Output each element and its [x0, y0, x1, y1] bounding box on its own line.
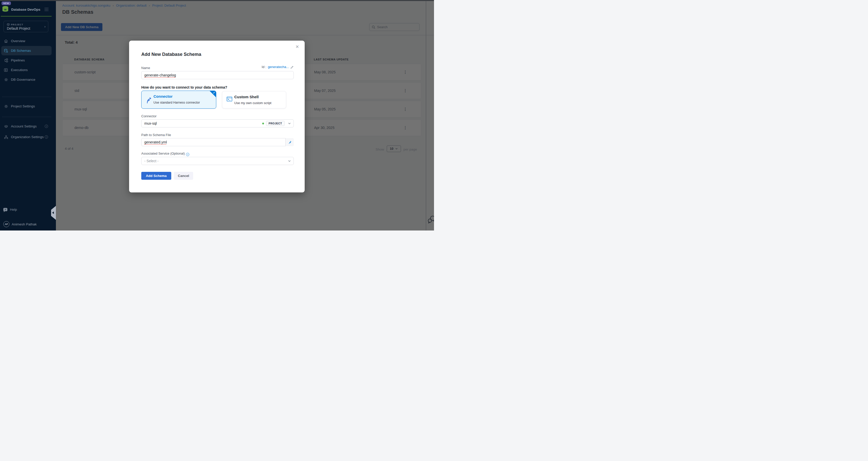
info-icon[interactable]: i	[45, 125, 48, 128]
app-grid-icon[interactable]	[44, 7, 49, 11]
user-name: Animesh Pathak	[12, 222, 37, 226]
sidebar-item-label: Pipelines	[11, 58, 25, 62]
chevron-right-icon: ›	[44, 25, 45, 28]
add-schema-modal: ✕ Add New Database Schema Name Id : gene…	[129, 41, 305, 192]
connector-arrows-icon	[146, 96, 152, 104]
sidebar-item-label: Overview	[11, 39, 25, 43]
page: NEW ∞ Database DevOps	[0, 0, 434, 230]
project-selector[interactable]: PROJECT Default Project ›	[4, 21, 48, 32]
home-icon	[4, 39, 8, 43]
help-button[interactable]: ? Help	[3, 208, 17, 211]
sidebar-divider	[2, 117, 51, 117]
id-prefix: Id :	[262, 65, 266, 69]
modal-title: Add New Database Schema	[141, 52, 201, 57]
edit-pencil-icon[interactable]	[290, 65, 294, 69]
database-schemas-icon	[4, 49, 8, 53]
org-chart-icon	[4, 135, 8, 139]
sidebar-item-label: Account Settings	[11, 124, 37, 128]
option-title: Custom Shell	[234, 95, 259, 99]
svg-text:∞: ∞	[4, 7, 7, 11]
sidebar-item-account-settings[interactable]: Account Settings	[1, 122, 52, 131]
help-chat-icon: ?	[3, 208, 7, 211]
user-menu[interactable]: AP Animesh Pathak	[3, 221, 37, 227]
sidebar-item-db-governance[interactable]: DB Governance	[1, 75, 52, 84]
governance-gear-icon	[4, 78, 8, 82]
entity-id-row: Id : generatecha...	[141, 65, 294, 69]
option-card-custom-shell[interactable]: Custom Shell Use my own custom script	[222, 91, 286, 108]
layers-icon	[4, 124, 8, 128]
sidebar-item-overview[interactable]: Overview	[1, 36, 52, 46]
info-icon[interactable]: i	[45, 135, 48, 139]
chevron-down-icon	[288, 160, 291, 162]
add-schema-button[interactable]: Add Schema	[141, 172, 171, 180]
sidebar-collapse-handle[interactable]	[51, 206, 56, 220]
check-icon: ✓	[213, 91, 215, 94]
option-title: Connector	[153, 94, 173, 98]
chevron-down-icon	[288, 123, 291, 124]
service-label: Associated Service (Optional)i	[141, 152, 189, 156]
pipelines-icon	[4, 58, 8, 62]
option-description: Use my own custom script	[234, 101, 271, 105]
service-placeholder: - Select -	[144, 159, 159, 163]
connect-question: How do you want to connect to your data …	[141, 85, 227, 89]
option-card-connector[interactable]: ✓ Connector Use standard Harness connect…	[141, 91, 216, 109]
brand-divider	[1, 16, 52, 17]
scope-badge: PROJECT	[266, 121, 285, 126]
avatar: AP	[3, 221, 9, 227]
new-badge: NEW	[2, 2, 11, 5]
help-label: Help	[10, 208, 17, 211]
sidebar-item-executions[interactable]: Executions	[1, 65, 52, 75]
sidebar-item-label: Executions	[11, 68, 28, 72]
sidebar-item-pipelines[interactable]: Pipelines	[1, 56, 52, 65]
project-eyebrow-label: PROJECT	[11, 23, 23, 26]
cube-icon	[7, 23, 10, 26]
chevron-left-icon	[52, 211, 54, 214]
top-strip	[0, 0, 434, 1]
sidebar-item-label: DB Governance	[11, 78, 35, 81]
cancel-button[interactable]: Cancel	[174, 172, 193, 180]
info-icon[interactable]: i	[186, 153, 189, 156]
path-input[interactable]: generated.yml	[141, 138, 294, 146]
pin-segment[interactable]	[285, 138, 294, 146]
sidebar-item-project-settings[interactable]: Project Settings	[1, 102, 52, 111]
terminal-icon	[227, 96, 232, 102]
name-input[interactable]: generate-changelog	[141, 71, 294, 79]
sidebar-item-label: DB Schemas	[11, 49, 31, 53]
status-dot	[262, 123, 264, 124]
sidebar-item-db-schemas[interactable]: DB Schemas	[1, 46, 52, 55]
id-value-link[interactable]: generatecha...	[268, 65, 289, 69]
database-devops-logo-icon: ∞	[2, 5, 9, 13]
path-value: generated.yml	[144, 140, 167, 144]
connector-value: mux-sql	[144, 121, 157, 125]
app-title: Database DevOps	[11, 8, 40, 11]
sidebar: NEW ∞ Database DevOps	[0, 0, 56, 230]
project-name: Default Project	[7, 26, 30, 30]
close-icon[interactable]: ✕	[296, 44, 299, 50]
sidebar-item-organization-settings[interactable]: Organization Settings	[1, 132, 52, 142]
sidebar-item-label: Project Settings	[11, 104, 35, 108]
path-label: Path to Schema File	[141, 133, 171, 137]
gear-icon	[4, 104, 8, 108]
connector-label: Connector	[141, 114, 157, 118]
sidebar-divider	[2, 97, 51, 97]
connector-select[interactable]: mux-sql PROJECT	[141, 119, 294, 127]
sidebar-item-label: Organization Settings	[11, 135, 44, 139]
service-label-text: Associated Service (Optional)	[141, 152, 185, 155]
name-value: generate-changelog	[144, 73, 176, 77]
executions-icon	[4, 68, 8, 72]
option-description: Use standard Harness connector	[153, 101, 200, 104]
service-select[interactable]: - Select -	[141, 157, 294, 165]
